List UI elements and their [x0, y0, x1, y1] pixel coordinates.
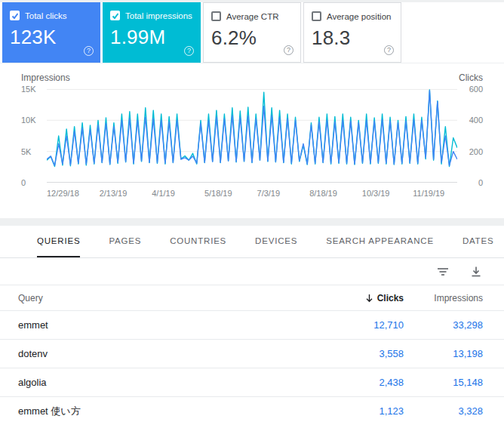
- card-total-clicks[interactable]: Total clicks 123K ?: [2, 2, 100, 63]
- column-header-impressions[interactable]: Impressions: [404, 293, 504, 303]
- tab-queries[interactable]: QUERIES: [37, 226, 80, 257]
- table-header-row: Query Clicks Impressions: [0, 285, 504, 311]
- average-position-value: 18.3: [312, 26, 393, 50]
- help-icon[interactable]: ?: [84, 46, 94, 56]
- performance-chart-svg: [47, 89, 457, 183]
- summary-and-chart-panel: Total clicks 123K ? Total impressions 1.…: [0, 2, 504, 218]
- help-icon[interactable]: ?: [184, 46, 194, 56]
- left-axis-title: Impressions: [21, 72, 70, 83]
- card-average-ctr[interactable]: Average CTR 6.2% ?: [203, 2, 301, 63]
- clicks-cell: 1,123: [313, 405, 404, 417]
- clicks-cell: 3,558: [313, 348, 404, 359]
- card-total-impressions[interactable]: Total impressions 1.99M ?: [103, 2, 201, 63]
- total-clicks-value: 123K: [10, 26, 93, 49]
- clicks-cell: 12,710: [313, 319, 404, 331]
- filter-icon[interactable]: [436, 265, 450, 279]
- table-row[interactable]: emmet 使い方 1,123 3,328: [0, 397, 504, 422]
- impressions-cell: 3,328: [404, 405, 504, 417]
- table-row[interactable]: dotenv 3,558 13,198: [0, 340, 504, 368]
- help-icon[interactable]: ?: [384, 45, 394, 55]
- card-label: Total impressions: [125, 11, 192, 20]
- dimensions-table-panel: QUERIES PAGES COUNTRIES DEVICES SEARCH A…: [0, 226, 504, 422]
- tab-dates[interactable]: DATES: [463, 226, 494, 257]
- query-cell: emmet: [0, 319, 313, 331]
- average-position-checkbox[interactable]: [312, 11, 321, 21]
- impressions-cell: 33,298: [404, 319, 504, 331]
- card-label: Total clicks: [25, 11, 67, 20]
- total-clicks-checkbox[interactable]: [10, 11, 20, 20]
- card-label: Average CTR: [226, 12, 278, 21]
- metric-cards-row: Total clicks 123K ? Total impressions 1.…: [0, 2, 504, 63]
- impressions-cell: 13,198: [404, 348, 504, 359]
- card-average-position[interactable]: Average position 18.3 ?: [303, 2, 401, 63]
- table-row[interactable]: algolia 2,438 15,148: [0, 368, 504, 397]
- average-ctr-value: 6.2%: [211, 26, 293, 50]
- total-impressions-checkbox[interactable]: [110, 11, 120, 20]
- x-axis-labels: 12/29/18 2/13/19 4/1/19 5/18/19 7/3/19 8…: [47, 189, 457, 199]
- total-impressions-value: 1.99M: [110, 26, 193, 49]
- table-toolbar: [0, 258, 504, 285]
- right-axis-ticks: 600 400 200 0: [457, 89, 483, 183]
- help-icon[interactable]: ?: [284, 45, 293, 55]
- check-icon: [11, 12, 19, 20]
- sort-desc-icon: [365, 294, 373, 303]
- average-ctr-checkbox[interactable]: [211, 11, 221, 21]
- tab-devices[interactable]: DEVICES: [255, 226, 297, 257]
- card-label: Average position: [327, 12, 391, 21]
- tab-pages[interactable]: PAGES: [109, 226, 141, 257]
- tab-countries[interactable]: COUNTRIES: [170, 226, 226, 257]
- dimension-tabs: QUERIES PAGES COUNTRIES DEVICES SEARCH A…: [0, 226, 504, 258]
- column-header-query: Query: [0, 293, 313, 303]
- table-row[interactable]: emmet 12,710 33,298: [0, 311, 504, 340]
- performance-chart: Impressions Clicks 15K 10K 5K 0 600: [0, 63, 504, 218]
- clicks-cell: 2,438: [313, 377, 404, 388]
- search-performance-page: Total clicks 123K ? Total impressions 1.…: [0, 2, 504, 422]
- impressions-cell: 15,148: [404, 377, 504, 388]
- left-axis-ticks: 15K 10K 5K 0: [21, 89, 47, 183]
- query-cell: emmet 使い方: [0, 405, 313, 418]
- check-icon: [112, 12, 119, 20]
- query-cell: algolia: [0, 377, 313, 388]
- tab-search-appearance[interactable]: SEARCH APPEARANCE: [326, 226, 434, 257]
- column-header-clicks[interactable]: Clicks: [313, 293, 404, 303]
- right-axis-title: Clicks: [459, 72, 483, 83]
- query-cell: dotenv: [0, 348, 313, 359]
- download-icon[interactable]: [469, 265, 483, 279]
